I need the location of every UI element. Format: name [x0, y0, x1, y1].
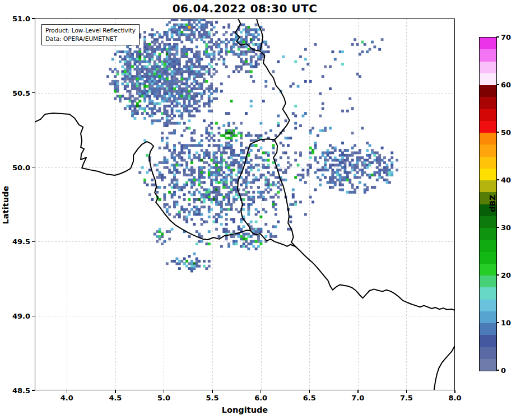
x-tick-label: 4.0: [61, 394, 73, 402]
x-tick-label: 5.0: [157, 394, 170, 402]
x-tick-mark: [67, 390, 67, 393]
colorbar-segment: [480, 49, 496, 61]
legend-box: Product: Low-Level Reflectivity Data: OP…: [41, 24, 140, 45]
x-tick-mark: [261, 390, 261, 393]
colorbar-segment: [480, 335, 496, 347]
y-tick-label: 49.5: [7, 237, 30, 246]
x-tick-label: 6.0: [254, 394, 267, 402]
colorbar-segment: [480, 38, 496, 49]
colorbar-segment: [480, 97, 496, 109]
colorbar-segment: [480, 300, 496, 311]
x-tick-label: 8.0: [448, 394, 461, 402]
colorbar-segment: [480, 264, 496, 276]
colorbar-tick-mark: [496, 370, 499, 370]
colorbar-segment: [480, 121, 496, 133]
x-axis-label: Longitude: [35, 405, 455, 414]
y-tick-label: 51.0: [7, 15, 30, 23]
colorbar-segment: [480, 311, 496, 323]
colorbar-segment: [480, 252, 496, 264]
colorbar-tick-label: 20: [501, 271, 511, 279]
x-tick-mark: [309, 390, 310, 393]
colorbar-segment: [480, 287, 496, 299]
colorbar-unit-label: dBZ: [488, 164, 505, 242]
colorbar-segment: [480, 276, 496, 287]
legend-data-line: Data: OPERA/EUMETNET: [45, 35, 136, 43]
legend-product-line: Product: Low-Level Reflectivity: [45, 26, 136, 35]
colorbar-segment: [480, 323, 496, 335]
y-tick-mark: [32, 92, 35, 93]
colorbar-tick-mark: [496, 132, 499, 132]
colorbar-segment: [480, 62, 496, 73]
colorbar-segment: [480, 73, 496, 85]
x-tick-mark: [406, 390, 407, 393]
colorbar-segment: [480, 144, 496, 156]
colorbar-tick-label: 60: [501, 81, 511, 89]
colorbar-tick-mark: [496, 36, 499, 37]
x-tick-mark: [212, 390, 212, 393]
y-tick-label: 50.0: [7, 163, 30, 171]
radar-figure: 06.04.2022 08:30 UTC Product: Low-Level …: [0, 0, 530, 420]
y-tick-label: 49.0: [7, 312, 30, 320]
colorbar-tick-label: 70: [501, 33, 511, 41]
x-tick-label: 6.5: [303, 394, 316, 402]
colorbar-tick-mark: [496, 84, 499, 85]
colorbar-tick-label: 10: [501, 319, 511, 327]
x-tick-mark: [454, 390, 455, 393]
y-tick-label: 50.5: [7, 88, 30, 97]
y-tick-label: 48.5: [7, 386, 30, 395]
y-tick-mark: [32, 316, 35, 316]
colorbar-tick-mark: [496, 322, 499, 323]
colorbar-tick-label: 0: [501, 366, 506, 375]
x-tick-label: 4.5: [109, 394, 122, 402]
colorbar-segment: [480, 85, 496, 97]
y-tick-mark: [32, 390, 35, 390]
x-tick-label: 5.5: [206, 394, 219, 402]
y-axis-label: Latitude: [1, 110, 10, 300]
y-tick-mark: [32, 18, 35, 18]
x-tick-label: 7.5: [400, 394, 413, 402]
x-tick-mark: [164, 390, 164, 393]
y-tick-mark: [32, 167, 35, 167]
x-tick-label: 7.0: [351, 394, 364, 402]
colorbar-segment: [480, 359, 496, 371]
colorbar-tick-label: 50: [501, 128, 511, 137]
colorbar-tick-mark: [496, 274, 499, 275]
x-tick-mark: [115, 390, 115, 393]
plot-title: 06.04.2022 08:30 UTC: [35, 2, 455, 15]
colorbar-segment: [480, 347, 496, 359]
colorbar-segment: [480, 133, 496, 144]
x-tick-mark: [357, 390, 358, 393]
radar-map-canvas: [35, 18, 455, 390]
colorbar-segment: [480, 109, 496, 121]
y-tick-mark: [32, 241, 35, 242]
